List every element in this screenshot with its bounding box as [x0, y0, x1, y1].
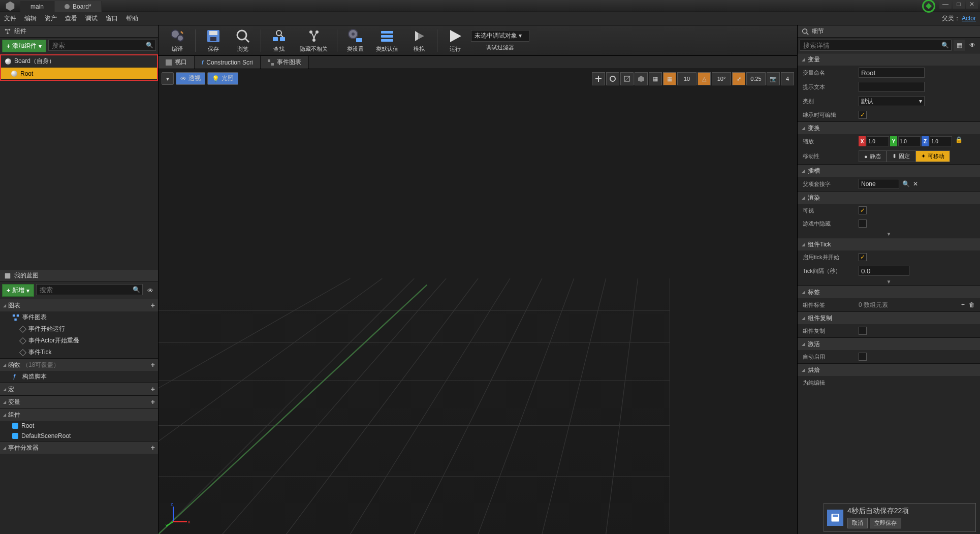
perspective-button[interactable]: 👁 透视	[176, 72, 205, 85]
tab-board[interactable]: Board*	[54, 1, 102, 12]
tab-construction-script[interactable]: fConstruction Scri	[195, 56, 261, 69]
close-button[interactable]: ✕	[966, 0, 978, 9]
scale-snap-value[interactable]: 0.25	[746, 72, 766, 85]
clear-socket-icon[interactable]: ✕	[913, 180, 918, 187]
visible-checkbox[interactable]	[859, 206, 867, 214]
source-control-icon[interactable]	[922, 0, 935, 13]
add-macro-button[interactable]: +	[151, 385, 155, 393]
scale-x-input[interactable]: 1.0	[867, 136, 889, 146]
expand-tick[interactable]: ▼	[798, 278, 980, 286]
add-tag-button[interactable]: +	[961, 301, 965, 308]
components-section[interactable]: ◢组件	[0, 409, 158, 421]
menu-window[interactable]: 窗口	[106, 14, 118, 23]
minimize-button[interactable]: —	[939, 0, 952, 9]
view-options-icon[interactable]: 👁	[145, 284, 156, 297]
section-activation[interactable]: ◢激活	[798, 338, 980, 350]
viewport-options-button[interactable]: ▾	[162, 72, 174, 85]
parent-class-link[interactable]: Actor	[962, 15, 976, 22]
var-root[interactable]: Root	[0, 421, 158, 431]
macros-section[interactable]: ◢宏+	[0, 383, 158, 395]
surface-snap-button[interactable]: ▦	[649, 72, 662, 85]
category-dropdown[interactable]: 默认▾	[859, 96, 925, 106]
section-baking[interactable]: ◢烘焙	[798, 364, 980, 376]
rotate-gizmo-button[interactable]	[606, 72, 619, 85]
component-search-input[interactable]	[52, 42, 152, 49]
viewport[interactable]: ▾ 👁 透视 💡 光照 ▦ ▦ 10 △ 10° ⤢ 0.25 📷 4	[159, 69, 797, 534]
mobility-movable[interactable]: ✦ 可移动	[915, 150, 950, 162]
add-function-button[interactable]: +	[151, 361, 155, 369]
component-search[interactable]: 🔍	[48, 40, 156, 51]
lock-icon[interactable]: 🔒	[955, 136, 963, 146]
section-tick[interactable]: ◢组件Tick	[798, 238, 980, 250]
tab-viewport[interactable]: 视口	[159, 56, 195, 69]
add-dispatcher-button[interactable]: +	[151, 444, 155, 452]
section-transform[interactable]: ◢变换	[798, 122, 980, 134]
mobility-static[interactable]: ● 静态	[859, 150, 887, 162]
details-search[interactable]: 🔍	[800, 40, 952, 51]
find-button[interactable]: 查找	[265, 26, 293, 55]
tick-interval-input[interactable]	[859, 266, 909, 276]
auto-activate-checkbox[interactable]	[859, 353, 867, 361]
expand-rendering[interactable]: ▼	[798, 230, 980, 238]
menu-debug[interactable]: 调试	[85, 14, 98, 23]
play-button[interactable]: 运行	[441, 26, 469, 55]
editable-checkbox[interactable]	[859, 111, 867, 119]
details-search-input[interactable]	[803, 42, 948, 49]
translate-gizmo-button[interactable]	[592, 72, 605, 85]
mobility-stationary[interactable]: ⬍ 固定	[887, 150, 915, 162]
scale-snap-button[interactable]: ⤢	[732, 72, 745, 85]
section-variable[interactable]: ◢变量	[798, 53, 980, 66]
grid-snap-button[interactable]: ▦	[663, 72, 676, 85]
event-tick[interactable]: 事件Tick	[0, 347, 158, 358]
class-settings-button[interactable]: 类设置	[341, 26, 369, 55]
dispatchers-section[interactable]: ◢事件分发器+	[0, 442, 158, 454]
add-graph-button[interactable]: +	[151, 301, 155, 309]
event-overlap[interactable]: 事件Actor开始重叠	[0, 335, 158, 347]
menu-asset[interactable]: 资产	[45, 14, 57, 23]
scale-z-input[interactable]: 1.0	[930, 136, 952, 146]
section-replication[interactable]: ◢组件复制	[798, 312, 980, 324]
graphs-section[interactable]: ◢图表+	[0, 299, 158, 311]
variables-section[interactable]: ◢变量+	[0, 396, 158, 408]
variable-name-input[interactable]	[859, 68, 925, 78]
add-new-button[interactable]: 新增 ▾	[2, 284, 34, 297]
tick-enabled-checkbox[interactable]	[859, 253, 867, 261]
menu-file[interactable]: 文件	[4, 14, 16, 23]
menu-edit[interactable]: 编辑	[24, 14, 37, 23]
tab-event-graph[interactable]: 事件图表	[261, 56, 309, 69]
save-button[interactable]: 保存	[200, 26, 227, 55]
var-defaultsceneroot[interactable]: DefaultSceneRoot	[0, 431, 158, 441]
scale-gizmo-button[interactable]	[620, 72, 634, 85]
autosave-cancel-button[interactable]: 取消	[847, 518, 868, 528]
section-rendering[interactable]: ◢渲染	[798, 192, 980, 204]
camera-speed-value[interactable]: 4	[781, 72, 794, 85]
parent-socket-input[interactable]: None	[859, 179, 899, 189]
browse-button[interactable]: 浏览	[229, 26, 257, 55]
component-row-board[interactable]: Board（自身）	[1, 55, 157, 68]
tab-main[interactable]: main	[20, 1, 54, 12]
compile-button[interactable]: 编译	[164, 26, 191, 55]
clear-tags-button[interactable]: 🗑	[969, 301, 975, 308]
lit-button[interactable]: 💡 光照	[207, 72, 238, 85]
grid-size[interactable]: 10	[677, 72, 697, 85]
coord-space-button[interactable]	[635, 72, 648, 85]
view-eye-icon[interactable]: 👁	[967, 40, 978, 51]
section-tags[interactable]: ◢标签	[798, 286, 980, 298]
hide-unrelated-button[interactable]: 隐藏不相关	[295, 26, 333, 55]
menu-view[interactable]: 查看	[65, 14, 77, 23]
myblueprint-search-input[interactable]	[40, 286, 139, 294]
section-socket[interactable]: ◢插槽	[798, 165, 980, 177]
search-socket-icon[interactable]: 🔍	[902, 180, 910, 187]
property-matrix-button[interactable]: ▦	[954, 40, 965, 51]
autosave-savenow-button[interactable]: 立即保存	[870, 518, 901, 528]
component-row-root[interactable]: Root	[1, 68, 157, 80]
hidden-checkbox[interactable]	[859, 219, 867, 228]
functions-section[interactable]: ◢函数（18可覆盖）+	[0, 359, 158, 371]
rotation-snap-button[interactable]: △	[698, 72, 711, 85]
camera-speed-icon[interactable]: 📷	[767, 72, 780, 85]
add-variable-button[interactable]: +	[151, 398, 155, 406]
tooltip-input[interactable]	[859, 82, 925, 92]
myblueprint-search[interactable]: 🔍	[36, 284, 143, 295]
replication-checkbox[interactable]	[859, 327, 867, 335]
maximize-button[interactable]: □	[953, 0, 965, 9]
